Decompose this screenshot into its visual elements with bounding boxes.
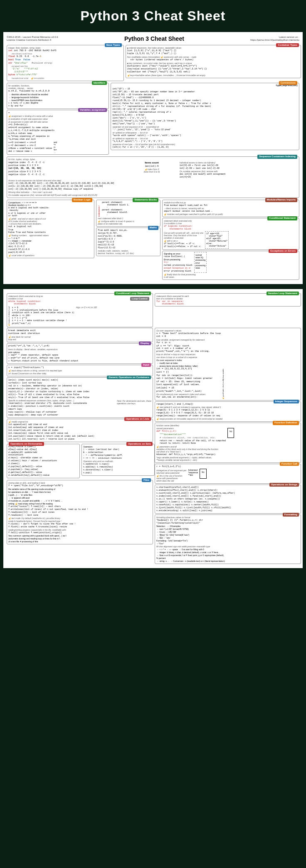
maths: Maths from math import sin,pi… sin(pi/4)… — [96, 228, 160, 256]
header-left: ©2012-2015 - Laurent Pointal Mémento v2.… — [7, 36, 58, 42]
tag-inp: Input — [141, 363, 151, 367]
tag-iterloop: Iterative Loop Statement — [267, 292, 299, 295]
tag-files: Files — [142, 478, 151, 482]
tag-stmt: Statements Blocks — [133, 198, 158, 202]
iter-loop-body: Go over sequence's values s = "Some text… — [155, 328, 301, 401]
base-types: Base Types integer, float, boolean, stri… — [7, 45, 124, 81]
page-2: Conditional Loop Statement statements bl… — [3, 289, 303, 569]
tag-bool: Boolean Logic — [72, 198, 92, 202]
tag-seqidx: Sequence Containers Indexing — [257, 155, 297, 158]
tag-genop: Generic Operations on Containers — [107, 376, 151, 379]
page-1: ©2012-2015 - Laurent Pointal Mémento v2.… — [3, 32, 303, 284]
tag-oplist: Operations on Lists — [124, 417, 151, 421]
input: Input s = input("Instructions:") ☝ input… — [7, 365, 153, 377]
tag-mod: Modules/Names Imports — [265, 198, 297, 202]
tag-funccall: Function Call — [280, 462, 299, 466]
tag-disp: Display — [139, 341, 151, 345]
conversions: Conversions type(expression) int("15") →… — [111, 83, 299, 150]
tag-opstr: Operations on Strings — [269, 483, 299, 487]
container-types: Container Types ■ ordered sequences, fas… — [126, 45, 301, 78]
tag-fmt: Formatting — [283, 513, 299, 517]
tag-math: Maths — [148, 226, 158, 230]
op-dict: Operations on Dictionaries d[key]=value … — [7, 444, 80, 478]
tag-opdict: Operations on Dictionaries — [9, 442, 44, 446]
modules: Modules/Names Imports module truc⇔file t… — [162, 200, 299, 217]
func-def: Function Definition function name (ident… — [155, 423, 301, 463]
conditional: Conditional Statement statement block ex… — [162, 218, 299, 250]
statements: Statements Blocks indentation ! parent s… — [96, 200, 160, 227]
iter-loop: Iterative Loop Statement Loop Control st… — [155, 293, 301, 307]
seq-indexing: Sequence Containers Indexing for lists, … — [7, 156, 299, 198]
banner-title: Python 3 Cheat Sheet — [0, 0, 306, 32]
tag-varass: Variables assignment — [78, 108, 107, 112]
func-call: Function Call r = fct(3,i+2,2*i) storage… — [155, 464, 301, 484]
tag-conv: Conversions — [279, 81, 297, 85]
header-center: Python 3 Cheat Sheet — [124, 35, 184, 42]
display: Display print("v=",3,"cm :",x,",",y+4) i… — [7, 343, 153, 364]
header-right: Latest version on : https://perso.limsi.… — [250, 36, 299, 42]
tag-condloop: Conditional Loop Statement — [114, 292, 151, 295]
boolean: Boolean Logic Comparisons : < > <= >= ==… — [7, 200, 94, 258]
tag-loopctl: Loop Control — [130, 297, 149, 301]
op-lists: Operations on Lists ☝ modify original li… — [7, 419, 153, 442]
tag-opset: Operations on Sets — [126, 442, 153, 446]
op-set: Operations on Sets Operators: | → union … — [81, 444, 155, 476]
tag-cond: Conditional Statement — [267, 216, 297, 220]
tag-funcdef: Function Definition — [273, 421, 299, 425]
tag-ident: Identifiers — [92, 81, 107, 85]
tag-base: Base Types — [105, 43, 122, 47]
func-box: fct — [227, 428, 234, 438]
call-box: fct — [200, 469, 206, 479]
formatting: Formatting formatting directives values … — [155, 514, 301, 564]
identifiers: Identifiers for variables, functions, mo… — [7, 83, 109, 109]
tag-container: Container Types — [276, 43, 299, 47]
loop-control: break immediate exit continue next itera… — [7, 328, 153, 342]
tag-intseq: Integer Sequences — [274, 400, 299, 403]
op-strings: Operations on Strings s.startswith(prefi… — [155, 485, 301, 514]
int-seq: Integer Sequences range([start,] end [,s… — [155, 401, 301, 422]
var-assign: Variables assignment = ☝ assignment ⇔ bi… — [7, 110, 109, 155]
generic-ops: Generic Operations on Containers len(c)→… — [7, 377, 153, 418]
exceptions: Exceptions on Errors Signaling an error:… — [162, 251, 299, 280]
tag-exc: Exceptions on Errors — [269, 249, 297, 253]
files: Files storing data on disk, and reading … — [7, 480, 153, 544]
